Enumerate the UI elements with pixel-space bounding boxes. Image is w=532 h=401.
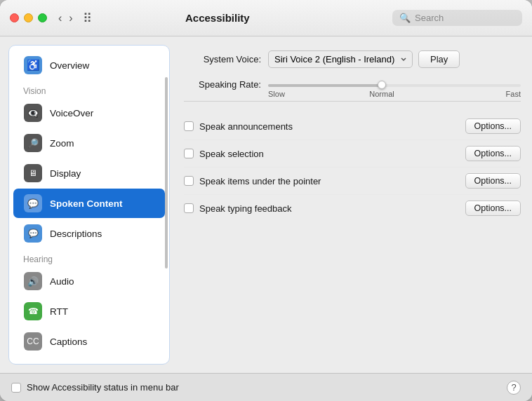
traffic-lights — [10, 13, 47, 22]
bottom-bar: Show Accessibility status in menu bar ? — [0, 373, 532, 401]
checkbox-left-2: Speak items under the pointer — [184, 176, 321, 186]
sidebar-item-audio[interactable]: 🔊 Audio — [13, 266, 165, 296]
sidebar-item-overview[interactable]: ♿ Overview — [13, 50, 165, 80]
sidebar-item-rtt[interactable]: ☎ RTT — [13, 297, 165, 326]
voiceover-icon: 👁‍🗨 — [23, 103, 43, 123]
checkbox-row-3: Speak typing feedback Options... — [184, 195, 521, 222]
checkbox-left-1: Speak selection — [184, 149, 264, 159]
slider-label-slow: Slow — [268, 90, 285, 98]
checkbox-rows: Speak announcements Options... Speak sel… — [184, 113, 521, 222]
sidebar-item-label: Audio — [50, 276, 74, 287]
right-panel: System Voice: Siri Voice 2 (English - Ir… — [178, 45, 524, 365]
slider-label-fast: Fast — [506, 90, 521, 98]
system-voice-label: System Voice: — [184, 54, 261, 64]
slider-container: Slow Normal Fast — [268, 80, 521, 90]
sidebar-item-label: Descriptions — [50, 229, 102, 239]
slider-thumb[interactable] — [378, 81, 386, 89]
section-vision: Vision — [9, 81, 169, 97]
sidebar-item-label: Overview — [50, 60, 89, 71]
show-status-label: Show Accessibility status in menu bar — [27, 382, 179, 393]
speak-items-pointer-checkbox[interactable] — [184, 176, 194, 186]
checkbox-row-2: Speak items under the pointer Options... — [184, 168, 521, 195]
sidebar-item-label: Spoken Content — [50, 198, 123, 209]
speak-items-pointer-label: Speak items under the pointer — [199, 176, 321, 186]
sidebar-item-captions[interactable]: CC Captions — [13, 327, 165, 356]
descriptions-icon: 💬 — [23, 224, 43, 243]
speak-selection-options[interactable]: Options... — [465, 146, 521, 161]
overview-icon: ♿ — [23, 55, 43, 75]
audio-icon: 🔊 — [23, 271, 43, 291]
main-content: ♿ Overview Vision 👁‍🗨 VoiceOver 🔎 — [0, 36, 532, 373]
voice-select[interactable]: Siri Voice 2 (English - Ireland) — [268, 50, 413, 68]
search-icon: 🔍 — [399, 13, 411, 23]
sidebar-item-label: VoiceOver — [50, 108, 93, 118]
zoom-icon: 🔎 — [23, 133, 43, 153]
titlebar: ‹ › ⠿ Accessibility 🔍 — [0, 0, 532, 36]
voice-select-container: Siri Voice 2 (English - Ireland) Play — [268, 50, 460, 68]
speak-announcements-options[interactable]: Options... — [465, 118, 521, 134]
speaking-rate-label: Speaking Rate: — [184, 79, 261, 90]
help-button[interactable]: ? — [507, 381, 521, 395]
sidebar-item-zoom[interactable]: 🔎 Zoom — [13, 128, 165, 158]
checkbox-row-0: Speak announcements Options... — [184, 113, 521, 140]
minimize-button[interactable] — [24, 13, 33, 22]
display-icon: 🖥 — [23, 163, 43, 183]
sidebar-scrollbar[interactable] — [165, 77, 168, 268]
sidebar-item-voiceover[interactable]: 👁‍🗨 VoiceOver — [13, 98, 165, 128]
captions-icon: CC — [23, 332, 43, 351]
sidebar-item-display[interactable]: 🖥 Display — [13, 158, 165, 188]
speak-typing-checkbox[interactable] — [184, 203, 194, 213]
sidebar-item-label: Zoom — [50, 138, 74, 149]
slider-fill — [268, 84, 382, 87]
spoken-content-icon: 💬 — [23, 193, 43, 213]
system-voice-row: System Voice: Siri Voice 2 (English - Ir… — [184, 50, 521, 68]
sidebar-item-label: RTT — [50, 306, 68, 317]
speaking-rate-row: Speaking Rate: Slow Normal Fast — [184, 79, 521, 90]
sidebar-item-label: Display — [50, 168, 81, 179]
speak-announcements-label: Speak announcements — [199, 121, 293, 132]
slider-label-normal: Normal — [369, 90, 394, 98]
speak-selection-label: Speak selection — [199, 149, 264, 159]
speak-typing-options[interactable]: Options... — [465, 200, 521, 216]
show-status-container: Show Accessibility status in menu bar — [11, 382, 179, 393]
checkbox-left-3: Speak typing feedback — [184, 203, 292, 214]
checkbox-left-0: Speak announcements — [184, 121, 293, 132]
main-window: ‹ › ⠿ Accessibility 🔍 ♿ Overview Vision — [0, 0, 532, 401]
sidebar-item-spoken-content[interactable]: 💬 Spoken Content — [13, 189, 165, 218]
speak-typing-label: Speak typing feedback — [199, 203, 292, 214]
sidebar-item-descriptions[interactable]: 💬 Descriptions — [13, 219, 165, 248]
checkbox-row-1: Speak selection Options... — [184, 140, 521, 168]
show-status-checkbox[interactable] — [11, 383, 21, 393]
speak-selection-checkbox[interactable] — [184, 149, 194, 158]
window-title: Accessibility — [43, 12, 392, 24]
speak-items-pointer-options[interactable]: Options... — [465, 173, 521, 189]
rtt-icon: ☎ — [23, 301, 43, 321]
play-button[interactable]: Play — [418, 50, 460, 68]
speak-announcements-checkbox[interactable] — [184, 121, 194, 131]
sidebar: ♿ Overview Vision 👁‍🗨 VoiceOver 🔎 — [8, 45, 170, 365]
search-input[interactable] — [415, 13, 515, 23]
close-button[interactable] — [10, 13, 19, 22]
section-hearing: Hearing — [9, 249, 169, 266]
search-bar[interactable]: 🔍 — [392, 10, 522, 26]
slider-track[interactable] — [268, 84, 521, 87]
sidebar-scroll[interactable]: ♿ Overview Vision 👁‍🗨 VoiceOver 🔎 — [9, 46, 169, 364]
sidebar-item-label: Captions — [50, 337, 87, 347]
divider — [184, 101, 521, 102]
